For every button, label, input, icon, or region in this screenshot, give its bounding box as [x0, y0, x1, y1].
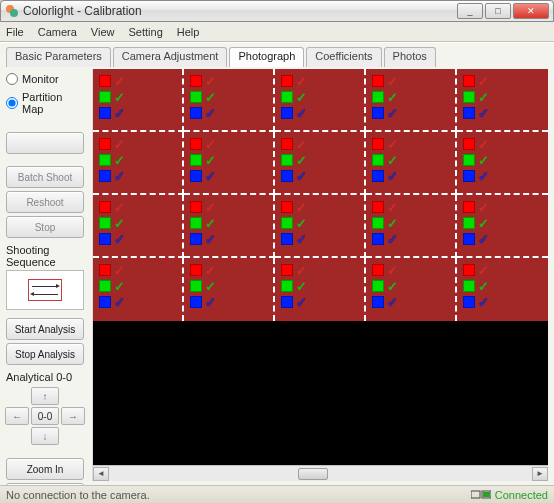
check-icon: ✓: [205, 233, 216, 246]
menu-camera[interactable]: Camera: [38, 26, 77, 38]
grid-cell[interactable]: ✓✓✓: [366, 69, 457, 132]
check-icon: ✓: [478, 138, 489, 151]
menu-file[interactable]: File: [6, 26, 24, 38]
arrow-right-button[interactable]: →: [61, 407, 85, 425]
grid-cell[interactable]: ✓✓✓: [93, 132, 184, 195]
grid-cell[interactable]: ✓✓✓: [457, 69, 548, 132]
grid-cell[interactable]: ✓✓✓: [457, 195, 548, 258]
swatch-row: ✓: [463, 215, 542, 231]
grid-cell[interactable]: ✓✓✓: [184, 132, 275, 195]
blue-swatch: [281, 233, 293, 245]
grid-cell[interactable]: ✓✓✓: [366, 195, 457, 258]
scroll-thumb[interactable]: [298, 468, 328, 480]
tab-coefficients[interactable]: Coefficients: [306, 47, 381, 67]
swatch-row: ✓: [372, 294, 449, 310]
stop-analysis-button[interactable]: Stop Analysis: [6, 343, 84, 365]
swatch-row: ✓: [281, 73, 358, 89]
grid-cell[interactable]: ✓✓✓: [184, 258, 275, 321]
connection-icon: [471, 489, 491, 501]
swatch-row: ✓: [190, 215, 267, 231]
swatch-row: ✓: [372, 199, 449, 215]
content-area: Basic Parameters Camera Adjustment Photo…: [0, 42, 554, 485]
blue-swatch: [463, 170, 475, 182]
mode-radio-group: Monitor Partition Map: [6, 69, 86, 129]
zoom-in-button[interactable]: Zoom In: [6, 458, 84, 480]
swatch-row: ✓: [99, 105, 176, 121]
check-icon: ✓: [478, 264, 489, 277]
grid-cell[interactable]: ✓✓✓: [457, 258, 548, 321]
radio-partition-map[interactable]: Partition Map: [6, 91, 86, 115]
swatch-row: ✓: [463, 231, 542, 247]
radio-monitor-input[interactable]: [6, 73, 18, 85]
tab-camera-adjustment[interactable]: Camera Adjustment: [113, 47, 228, 67]
red-swatch: [99, 138, 111, 150]
blue-swatch: [372, 170, 384, 182]
grid-cell[interactable]: ✓✓✓: [184, 195, 275, 258]
grid-cell[interactable]: ✓✓✓: [93, 258, 184, 321]
radio-monitor[interactable]: Monitor: [6, 73, 86, 85]
tab-photograph[interactable]: Photograph: [229, 47, 304, 67]
check-icon: ✓: [114, 264, 125, 277]
scroll-right-button[interactable]: ►: [532, 467, 548, 481]
batch-shoot-button[interactable]: Batch Shoot: [6, 166, 84, 188]
tab-photos[interactable]: Photos: [384, 47, 436, 67]
swatch-row: ✓: [99, 73, 176, 89]
blue-swatch: [372, 233, 384, 245]
close-button[interactable]: ✕: [513, 3, 549, 19]
grid-cell[interactable]: ✓✓✓: [93, 69, 184, 132]
reshoot-button[interactable]: Reshoot: [6, 191, 84, 213]
arrow-up-button[interactable]: ↑: [31, 387, 59, 405]
grid-cell[interactable]: ✓✓✓: [366, 132, 457, 195]
red-swatch: [99, 201, 111, 213]
grid-cell[interactable]: ✓✓✓: [275, 258, 366, 321]
green-swatch: [99, 217, 111, 229]
grid-cell[interactable]: ✓✓✓: [457, 132, 548, 195]
blue-swatch: [99, 170, 111, 182]
grid-cell[interactable]: ✓✓✓: [366, 258, 457, 321]
radio-partition-map-label: Partition Map: [22, 91, 86, 115]
green-swatch: [190, 154, 202, 166]
check-icon: ✓: [478, 217, 489, 230]
check-icon: ✓: [296, 154, 307, 167]
menu-view[interactable]: View: [91, 26, 115, 38]
shooting-sequence-box[interactable]: [6, 270, 84, 310]
unnamed-button[interactable]: [6, 132, 84, 154]
grid-cell[interactable]: ✓✓✓: [275, 132, 366, 195]
grid-cell[interactable]: ✓✓✓: [275, 195, 366, 258]
red-swatch: [463, 264, 475, 276]
grid-cell[interactable]: ✓✓✓: [184, 69, 275, 132]
swatch-row: ✓: [463, 152, 542, 168]
swatch-row: ✓: [190, 73, 267, 89]
maximize-button[interactable]: □: [485, 3, 511, 19]
swatch-row: ✓: [281, 262, 358, 278]
arrow-down-button[interactable]: ↓: [31, 427, 59, 445]
green-swatch: [463, 91, 475, 103]
swatch-row: ✓: [463, 294, 542, 310]
scroll-left-button[interactable]: ◄: [93, 467, 109, 481]
tab-basic-parameters[interactable]: Basic Parameters: [6, 47, 111, 67]
arrow-left-button[interactable]: ←: [5, 407, 29, 425]
minimize-button[interactable]: _: [457, 3, 483, 19]
swatch-row: ✓: [372, 89, 449, 105]
grid-cell[interactable]: ✓✓✓: [93, 195, 184, 258]
radio-partition-map-input[interactable]: [6, 97, 18, 109]
red-swatch: [463, 138, 475, 150]
swatch-row: ✓: [99, 89, 176, 105]
red-swatch: [190, 201, 202, 213]
blue-swatch: [281, 170, 293, 182]
svg-rect-4: [483, 492, 490, 497]
check-icon: ✓: [296, 91, 307, 104]
horizontal-scrollbar[interactable]: ◄ ►: [93, 465, 548, 481]
stop-button[interactable]: Stop: [6, 216, 84, 238]
menu-help[interactable]: Help: [177, 26, 200, 38]
green-swatch: [99, 280, 111, 292]
green-swatch: [372, 280, 384, 292]
menu-setting[interactable]: Setting: [129, 26, 163, 38]
start-analysis-button[interactable]: Start Analysis: [6, 318, 84, 340]
red-swatch: [190, 75, 202, 87]
red-swatch: [281, 201, 293, 213]
grid-cell[interactable]: ✓✓✓: [275, 69, 366, 132]
window-title: Colorlight - Calibration: [23, 4, 142, 18]
canvas[interactable]: ✓✓✓✓✓✓✓✓✓✓✓✓✓✓✓✓✓✓✓✓✓✓✓✓✓✓✓✓✓✓✓✓✓✓✓✓✓✓✓✓…: [93, 69, 548, 465]
blue-swatch: [99, 296, 111, 308]
